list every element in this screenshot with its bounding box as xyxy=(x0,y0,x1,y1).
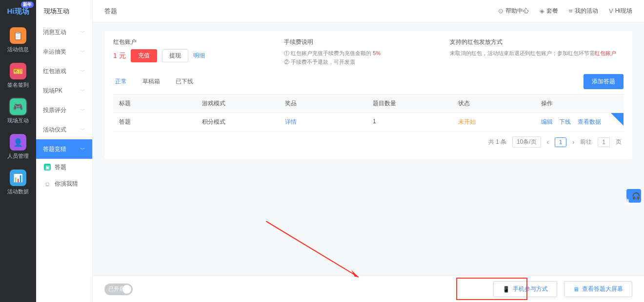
diamond-icon: ◈ xyxy=(540,7,544,15)
sidebar-sub-quiz[interactable]: ▣答题 xyxy=(36,159,92,175)
header-bar: 答题 ⊙帮助中心 ◈套餐 ≡我的活动 ᐯHi现场 xyxy=(93,0,644,22)
cell-mode: 积分模式 xyxy=(202,118,285,126)
chevron-down-icon: ﹀ xyxy=(80,29,85,36)
floating-help[interactable]: 🎧 在线客服 xyxy=(626,189,641,203)
table-row: 答题 积分模式 详情 1 未开始 编辑 下线 查看数据 xyxy=(113,113,624,132)
cell-title: 答题 xyxy=(119,118,202,126)
col-prize: 奖品 xyxy=(285,99,373,108)
sidebar-group-pk[interactable]: 现场PK﹀ xyxy=(36,81,92,100)
pager-page[interactable]: 1 xyxy=(555,137,567,147)
tab-normal[interactable]: 正常 xyxy=(113,75,129,89)
summary-row: 红包账户 1 元 充值 提现 明细 手续费说明 ① 红包账户充值手续费为充值金额… xyxy=(113,38,624,66)
sidebar-sub-charades[interactable]: ◻你演我猜 xyxy=(36,175,92,192)
square-icon: ◻ xyxy=(44,180,51,187)
sidebar-group-redpacket[interactable]: 红包游戏﹀ xyxy=(36,61,92,81)
col-status: 状态 xyxy=(458,99,541,108)
header-link-package[interactable]: ◈套餐 xyxy=(540,7,558,15)
pager-prev[interactable]: ‹ xyxy=(547,139,549,146)
sidebar-group-quiz[interactable]: 答题竞猜﹀ xyxy=(36,139,92,159)
rail-item-activity-info[interactable]: 📋 活动信息 xyxy=(0,22,36,58)
cell-prize-link[interactable]: 详情 xyxy=(285,118,297,125)
sidebar-group-vote[interactable]: 投票评分﹀ xyxy=(36,100,92,120)
corner-flag-icon xyxy=(611,113,624,126)
support-desc: 未取消的红包，活动结束后退还到红包账户；参加红包环节需红包账户 xyxy=(450,49,624,58)
add-quiz-button[interactable]: 添加答题 xyxy=(584,74,624,89)
withdraw-button[interactable]: 提现 xyxy=(162,49,188,62)
account-title: 红包账户 xyxy=(113,38,264,46)
list-icon: ≡ xyxy=(569,7,573,15)
rail-item-interaction[interactable]: 🎮 现场互动 xyxy=(0,94,36,129)
cell-ops: 编辑 下线 查看数据 xyxy=(541,118,618,126)
rail-label: 活动信息 xyxy=(7,46,29,53)
col-ops: 操作 xyxy=(541,99,618,108)
breadcrumb: 答题 xyxy=(104,7,117,16)
rail-item-people[interactable]: 👤 人员管理 xyxy=(0,129,36,165)
op-edit[interactable]: 编辑 xyxy=(541,118,553,125)
pager-total: 共 1 条 xyxy=(488,138,506,146)
chevron-down-icon: ﹀ xyxy=(80,87,85,94)
phone-icon: 📱 xyxy=(503,286,510,293)
summary-fee: 手续费说明 ① 红包账户充值手续费为充值金额的 5% ② 手续费不予退款，可开发… xyxy=(284,38,430,66)
tab-offline[interactable]: 已下线 xyxy=(174,75,195,89)
col-title: 标题 xyxy=(119,99,202,108)
brand-badge: 新年 xyxy=(21,1,34,8)
op-offline[interactable]: 下线 xyxy=(559,118,571,125)
monitor-icon: 🖥 xyxy=(573,286,579,293)
sidebar-group-ceremony[interactable]: 活动仪式﹀ xyxy=(36,120,92,139)
detail-link[interactable]: 明细 xyxy=(193,52,205,60)
fee-title: 手续费说明 xyxy=(284,38,430,46)
view-screen-button[interactable]: 🖥查看答题大屏幕 xyxy=(564,281,632,297)
op-view-data[interactable]: 查看数据 xyxy=(578,118,601,125)
pagination: 共 1 条 10条/页 ‹ 1 › 前往 1 页 xyxy=(113,132,624,152)
pager-next[interactable]: › xyxy=(572,139,574,146)
sidebar-group-message[interactable]: 消息互动﹀ xyxy=(36,22,92,42)
brand-text: Hi现场 xyxy=(7,7,29,16)
quiz-table: 标题 游戏模式 奖品 题目数量 状态 操作 答题 积分模式 详情 1 未开始 编… xyxy=(113,94,624,152)
rail-item-signin[interactable]: 🎫 签名签到 xyxy=(0,58,36,94)
chevron-down-icon: ﹀ xyxy=(80,126,85,133)
tab-draft[interactable]: 草稿箱 xyxy=(141,75,162,89)
gamepad-icon: 🎮 xyxy=(10,98,26,115)
question-icon: ⊙ xyxy=(498,7,503,15)
col-mode: 游戏模式 xyxy=(202,99,285,108)
table-head: 标题 游戏模式 奖品 题目数量 状态 操作 xyxy=(113,94,624,113)
chevron-down-icon: ﹀ xyxy=(80,146,85,153)
headset-icon: 🎧 xyxy=(632,192,641,200)
bottom-bar: 已开启 📱手机参与方式 🖥查看答题大屏幕 xyxy=(93,276,644,302)
pager-per-select[interactable]: 10条/页 xyxy=(512,136,541,148)
rail-item-data[interactable]: 📊 活动数据 xyxy=(0,165,36,200)
content-card: 红包账户 1 元 充值 提现 明细 手续费说明 ① 红包账户充值手续费为充值金额… xyxy=(104,31,632,159)
ticket-icon: 🎫 xyxy=(10,63,26,79)
sidebar-title: 现场互动 xyxy=(36,0,92,22)
tabs: 正常 草稿箱 已下线 xyxy=(113,75,195,89)
recharge-button[interactable]: 充值 xyxy=(131,49,157,62)
enable-switch-wrap: 已开启 xyxy=(104,283,133,295)
clipboard-icon: 📋 xyxy=(10,27,26,44)
rail-label: 人员管理 xyxy=(7,152,29,160)
square-icon: ▣ xyxy=(44,164,51,170)
rail-label: 活动数据 xyxy=(7,188,29,195)
chevron-down-icon: ﹀ xyxy=(80,107,85,114)
summary-support: 支持的红包发放方式 未取消的红包，活动结束后退还到红包账户；参加红包环节需红包账… xyxy=(450,38,624,66)
chart-icon: 📊 xyxy=(10,170,26,186)
header-link-help[interactable]: ⊙帮助中心 xyxy=(498,7,529,15)
switch-knob xyxy=(122,285,131,294)
rail-label: 签名签到 xyxy=(7,81,29,89)
chevron-down-icon: ﹀ xyxy=(80,48,85,56)
pager-goto-input[interactable]: 1 xyxy=(598,137,610,147)
float-help-label: 在线客服 xyxy=(623,194,630,198)
support-title: 支持的红包发放方式 xyxy=(450,38,624,46)
col-count: 题目数量 xyxy=(373,99,458,108)
header-link-user[interactable]: ᐯHi现场 xyxy=(609,7,632,15)
tabs-row: 正常 草稿箱 已下线 添加答题 xyxy=(113,74,624,89)
left-rail: Hi现场 新年 📋 活动信息 🎫 签名签到 🎮 现场互动 👤 人员管理 📊 活动… xyxy=(0,0,36,302)
mobile-mode-button[interactable]: 📱手机参与方式 xyxy=(493,281,557,297)
main-content: 红包账户 1 元 充值 提现 明细 手续费说明 ① 红包账户充值手续费为充值金额… xyxy=(93,22,644,302)
cell-status: 未开始 xyxy=(458,118,476,125)
pager-goto-label: 前往 xyxy=(580,138,592,146)
cell-count: 1 xyxy=(373,118,458,126)
enable-switch[interactable]: 已开启 xyxy=(104,283,133,295)
sidebar-group-lottery[interactable]: 幸运抽奖﹀ xyxy=(36,42,92,61)
fee-desc: ① 红包账户充值手续费为充值金额的 5% ② 手续费不予退款，可开发票 xyxy=(284,49,430,66)
header-link-activities[interactable]: ≡我的活动 xyxy=(569,7,598,15)
